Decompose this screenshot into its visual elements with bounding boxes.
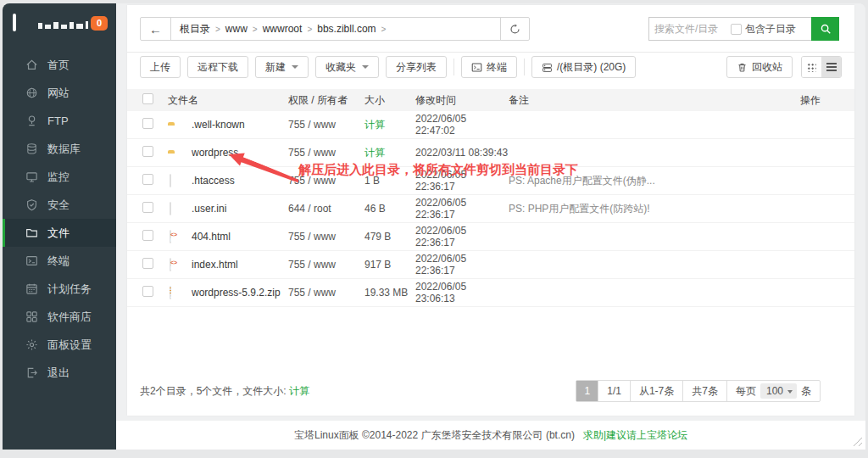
file-name[interactable]: .well-known — [192, 119, 288, 131]
row-checkbox[interactable] — [142, 146, 153, 157]
terminal-icon — [471, 62, 482, 73]
globe-icon — [25, 87, 39, 100]
list-view-button[interactable] — [821, 57, 841, 77]
page-number-active[interactable]: 1 — [576, 381, 598, 401]
file-name[interactable]: 404.html — [192, 231, 288, 243]
favorites-button[interactable]: 收藏夹 — [315, 56, 379, 78]
col-header-mtime[interactable]: 修改时间 — [415, 93, 509, 108]
upload-button[interactable]: 上传 — [140, 56, 181, 78]
file-mtime: 2022/06/05 23:06:13 — [415, 281, 509, 304]
recycle-bin-button[interactable]: 回收站 — [726, 56, 793, 78]
terminal-icon — [25, 254, 39, 268]
remote-download-button[interactable]: 远程下载 — [187, 56, 248, 78]
sidebar-item-cron[interactable]: 计划任务 — [3, 275, 116, 303]
table-row[interactable]: ZIP wordpress-5.9.2.zip 755 / www 19.33 … — [127, 279, 854, 307]
file-name[interactable]: wordpress-5.9.2.zip — [192, 287, 288, 299]
breadcrumb-part[interactable]: www — [225, 23, 248, 35]
include-subdir-option[interactable]: 包含子目录 — [731, 22, 801, 36]
terminal-button[interactable]: 终端 — [461, 56, 517, 78]
sidebar-item-ftp[interactable]: FTP — [3, 107, 116, 135]
file-perm: 755 / www — [288, 287, 364, 299]
resize-grip[interactable] — [851, 435, 862, 446]
calc-size-link[interactable]: 计算 — [289, 385, 309, 397]
search-box: 包含子目录 — [648, 17, 811, 41]
sidebar-item-logout[interactable]: 退出 — [3, 359, 116, 387]
search-group: 包含子目录 — [648, 17, 839, 41]
include-subdir-checkbox[interactable] — [731, 24, 742, 35]
list-view-icon — [826, 63, 837, 71]
row-checkbox[interactable] — [142, 202, 153, 213]
calc-size-link[interactable]: 计算 — [364, 147, 385, 159]
refresh-button[interactable] — [500, 18, 529, 40]
footer-help-link[interactable]: 求助|建议请上宝塔论坛 — [583, 428, 687, 443]
file-name[interactable]: .user.ini — [192, 203, 288, 215]
ftp-icon — [25, 114, 39, 128]
col-header-size[interactable]: 大小 — [364, 93, 415, 108]
search-button[interactable] — [811, 17, 839, 41]
sidebar-item-terminal[interactable]: 终端 — [3, 247, 116, 275]
table-row[interactable]: .user.ini 644 / root 46 B 2022/06/05 22:… — [127, 195, 854, 223]
sidebar-item-database[interactable]: 数据库 — [3, 135, 116, 163]
file-size: 19.33 MB — [364, 287, 415, 299]
search-input[interactable] — [649, 23, 731, 35]
table-row[interactable]: <>HTML index.html 755 / www 917 B 2022/0… — [127, 251, 854, 279]
sidebar-item-settings[interactable]: 面板设置 — [3, 331, 116, 359]
grid-view-button[interactable] — [802, 57, 821, 77]
file-perm: 755 / www — [288, 231, 364, 243]
sidebar-item-files[interactable]: 文件 — [3, 219, 116, 247]
back-button[interactable]: ← — [141, 18, 171, 40]
share-list-button[interactable]: 分享列表 — [386, 56, 447, 78]
html-file-icon: <>HTML — [168, 231, 171, 243]
file-perm: 755 / www — [288, 147, 364, 159]
message-count-badge[interactable]: 0 — [91, 16, 108, 31]
store-icon — [25, 310, 39, 324]
sidebar-item-appstore[interactable]: 软件商店 — [3, 303, 116, 331]
sidebar-item-home[interactable]: 首页 — [3, 51, 116, 79]
grid-view-icon — [807, 63, 816, 72]
app-logo[interactable]: 0 — [3, 3, 116, 42]
sidebar-item-website[interactable]: 网站 — [3, 79, 116, 107]
page-info: 1/1 — [598, 381, 631, 401]
table-row[interactable]: <>HTML 404.html 755 / www 479 B 2022/06/… — [127, 223, 854, 251]
select-all-checkbox[interactable] — [142, 93, 153, 104]
per-page-select[interactable]: 100 — [760, 383, 797, 399]
new-button[interactable]: 新建 — [255, 56, 309, 78]
breadcrumb-part[interactable]: wwwroot — [263, 23, 303, 35]
shield-icon — [25, 198, 39, 212]
file-perm: 755 / www — [288, 259, 364, 271]
annotation-text: 解压后进入此目录，将所有文件剪切到当前目录下 — [298, 162, 578, 178]
breadcrumb-part[interactable]: 根目录 — [180, 22, 210, 36]
gear-icon — [25, 338, 39, 352]
toolbar-divider — [524, 59, 525, 75]
file-mtime: 2022/06/05 22:36:17 — [415, 225, 509, 249]
file-perm: 644 / root — [288, 203, 364, 215]
col-header-perm: 权限 / 所有者 — [288, 93, 364, 108]
col-header-note: 备注 — [509, 93, 770, 108]
file-mtime: 2022/06/05 22:36:17 — [415, 253, 509, 276]
breadcrumb-part[interactable]: bbs.zibll.com — [317, 23, 376, 35]
file-mtime: 2022/06/05 22:36:17 — [415, 197, 509, 221]
file-perm: 755 / www — [288, 119, 364, 131]
sidebar-item-monitor[interactable]: 监控 — [3, 163, 116, 191]
calc-size-link[interactable]: 计算 — [364, 119, 385, 131]
disk-root-button[interactable]: /(根目录) (20G) — [531, 56, 636, 78]
row-checkbox[interactable] — [142, 286, 153, 297]
row-checkbox[interactable] — [142, 118, 153, 129]
row-checkbox[interactable] — [142, 174, 153, 185]
file-name[interactable]: index.html — [192, 259, 288, 271]
app-window: 0 首页 网站 FTP 数据库 监控 安全 文件 终端 计划任务 软 — [3, 3, 865, 450]
breadcrumb: 根目录>www>wwwroot>bbs.zibll.com> — [171, 18, 500, 40]
col-header-name[interactable]: 文件名 — [168, 93, 288, 108]
sidebar-item-security[interactable]: 安全 — [3, 191, 116, 219]
row-checkbox[interactable] — [142, 230, 153, 241]
trash-icon — [737, 62, 748, 73]
row-checkbox[interactable] — [142, 258, 153, 269]
file-size: 479 B — [364, 231, 415, 243]
topbar: ← 根目录>www>wwwroot>bbs.zibll.com> — [127, 5, 854, 53]
table-row[interactable]: .well-known 755 / www 计算 2022/06/05 22:4… — [127, 111, 854, 139]
pagination: 1 1/1 从1-7条 共7条 每页 100 条 — [576, 380, 821, 402]
file-size: 46 B — [364, 203, 415, 215]
file-note: PS: PHP用户配置文件(防跨站)! — [509, 202, 770, 216]
chevron-down-icon — [362, 65, 369, 69]
sidebar: 0 首页 网站 FTP 数据库 监控 安全 文件 终端 计划任务 软 — [3, 3, 116, 450]
